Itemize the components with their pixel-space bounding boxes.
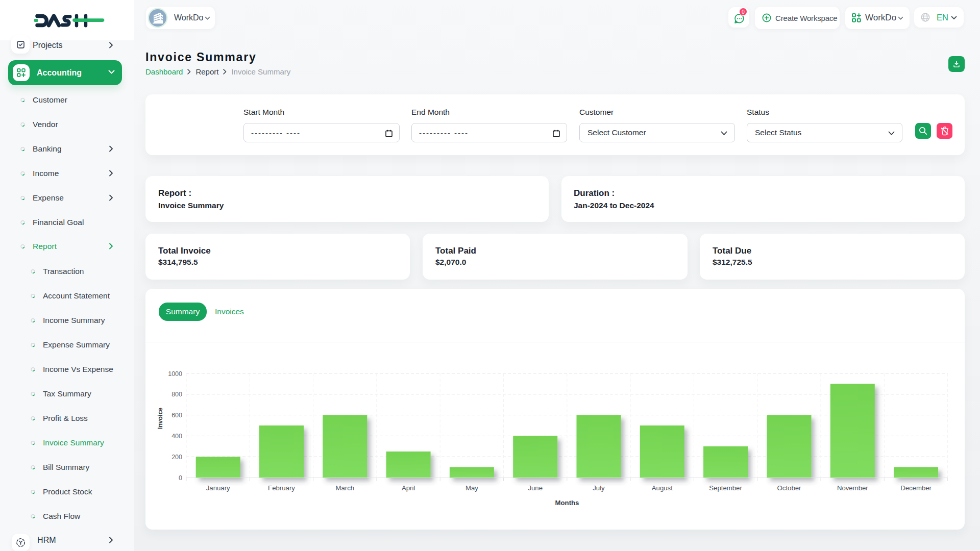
svg-text:June: June <box>528 484 543 492</box>
svg-text:April: April <box>402 484 415 492</box>
svg-text:Months: Months <box>555 499 579 507</box>
svg-text:September: September <box>709 484 742 492</box>
svg-text:July: July <box>593 484 605 492</box>
svg-text:March: March <box>335 484 354 492</box>
svg-text:February: February <box>268 484 295 492</box>
svg-text:May: May <box>465 484 478 492</box>
svg-text:600: 600 <box>172 412 182 419</box>
svg-text:November: November <box>837 484 868 492</box>
svg-text:August: August <box>652 484 673 492</box>
svg-text:0: 0 <box>179 474 182 482</box>
svg-text:Invoice: Invoice <box>157 408 164 429</box>
svg-text:October: October <box>777 484 802 492</box>
svg-text:January: January <box>206 484 230 492</box>
svg-text:400: 400 <box>172 433 182 440</box>
svg-text:December: December <box>900 484 932 492</box>
svg-text:200: 200 <box>172 454 182 461</box>
svg-text:800: 800 <box>172 391 182 398</box>
svg-text:1000: 1000 <box>168 370 182 378</box>
